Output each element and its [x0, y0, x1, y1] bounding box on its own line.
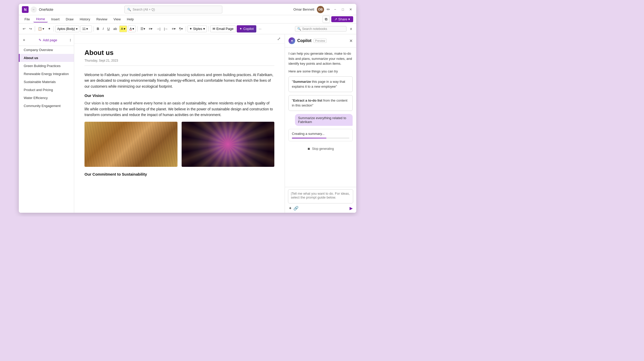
- copilot-preview-badge: Preview: [313, 39, 327, 43]
- progress-bar-fill: [292, 138, 326, 138]
- menu-file[interactable]: File: [22, 16, 32, 22]
- font-family-selector[interactable]: Aptos (Body) ▾: [55, 26, 79, 32]
- menu-bar: File Home Insert Draw History Review Vie…: [19, 15, 356, 23]
- copilot-toolbar-icon: ✦: [239, 27, 242, 31]
- wood-image-visual: [84, 122, 177, 167]
- copilot-body: I can help you generate ideas, make to-d…: [285, 47, 356, 187]
- copilot-icon: ✦: [289, 37, 295, 44]
- email-page-button[interactable]: ✉ Email Page: [210, 26, 236, 32]
- menu-bar-right: ⧉ ↗ Share ▾: [323, 16, 353, 23]
- editor-area: ⤢ About us Thursday, Sept 21, 2023 Welco…: [74, 34, 285, 213]
- menu-insert[interactable]: Insert: [49, 16, 62, 22]
- menu-draw[interactable]: Draw: [63, 16, 76, 22]
- styles-button[interactable]: ✦ Styles ▾: [188, 26, 207, 32]
- format-painter-button[interactable]: ✦: [47, 25, 52, 32]
- sidebar-item-company-overview[interactable]: Company Overview: [19, 46, 74, 54]
- maximize-button[interactable]: □: [340, 7, 345, 12]
- sidebar-item-green-building[interactable]: Green Building Practices: [19, 62, 74, 70]
- minimize-button[interactable]: −: [333, 7, 338, 12]
- sidebar-item-renewable-energy[interactable]: Renewable Energy Integration: [19, 70, 74, 78]
- strikethrough-button[interactable]: ab: [112, 25, 118, 32]
- font-color-button[interactable]: A ▾: [128, 26, 136, 32]
- search-notebooks-icon: 🔍: [297, 27, 301, 31]
- toolbar-divider-6: [208, 26, 209, 31]
- onenote-app-icon: N: [22, 6, 29, 13]
- sidebar-collapse-button[interactable]: ≡: [21, 36, 27, 44]
- add-page-button[interactable]: ✎ Add page: [37, 37, 59, 43]
- paragraph-button[interactable]: ¶▾: [178, 25, 184, 32]
- more-options-button[interactable]: ···: [257, 25, 263, 32]
- menu-help[interactable]: Help: [124, 16, 137, 22]
- sidebar-item-about-us[interactable]: About us: [19, 54, 74, 62]
- copilot-suggestion-2[interactable]: "Extract a to-do list from the content i…: [289, 95, 353, 111]
- menu-history[interactable]: History: [77, 16, 93, 22]
- section-heading-1: Our Vision: [84, 93, 274, 98]
- expand-button[interactable]: ⤢: [277, 36, 281, 41]
- font-size-selector[interactable]: 11 ▾: [80, 26, 92, 32]
- font-size-label: 11: [82, 27, 86, 31]
- global-search-bar[interactable]: 🔍 Search (Alt + Q): [124, 6, 222, 13]
- paste-button[interactable]: 📋▾: [37, 25, 46, 32]
- sidebar-item-sustainable-materials[interactable]: Sustainable Materials: [19, 78, 74, 86]
- styles-dropdown-icon: ▾: [203, 27, 205, 31]
- underline-button[interactable]: U: [106, 25, 111, 32]
- share-label: Share: [338, 17, 347, 21]
- share-button[interactable]: ↗ Share ▾: [331, 16, 353, 22]
- image-wood-structure: [84, 122, 177, 167]
- indent-decrease-button[interactable]: |←: [163, 25, 170, 32]
- paragraph-2: Our vision is to create a world where ev…: [84, 100, 274, 118]
- numbering-button[interactable]: ≡▾: [148, 25, 154, 32]
- copilot-intro-text: I can help you generate ideas, make to-d…: [289, 51, 353, 66]
- copilot-suggestion-1[interactable]: "Summarize this page in a way that expla…: [289, 76, 353, 92]
- pen-icon[interactable]: ✏: [327, 7, 330, 12]
- copilot-input[interactable]: [288, 189, 353, 203]
- font-dropdown-icon: ▾: [76, 27, 78, 31]
- close-button[interactable]: ✕: [348, 7, 353, 12]
- copilot-attach-button[interactable]: 🔗: [293, 206, 299, 211]
- sidebar-item-water-efficiency[interactable]: Water Efficiency: [19, 94, 74, 102]
- menu-view[interactable]: View: [111, 16, 123, 22]
- redo-button[interactable]: ↪: [28, 25, 33, 32]
- sidebar-item-community-engagement[interactable]: Community Engagement: [19, 102, 74, 110]
- bullets-button[interactable]: ☰▾: [139, 25, 147, 32]
- collapse-ribbon-button[interactable]: ∧: [349, 25, 354, 32]
- sidebar-item-product-pricing[interactable]: Product and Pricing: [19, 86, 74, 94]
- sidebar-header: ≡ ✎ Add page ↕: [19, 34, 74, 46]
- back-button[interactable]: ←: [31, 6, 37, 13]
- copilot-magic-button[interactable]: ✦: [289, 206, 292, 211]
- stop-generating-button[interactable]: ⏹ Stop generating: [289, 145, 353, 152]
- undo-button[interactable]: ↩: [21, 25, 27, 32]
- share-arrow-icon: ▾: [348, 17, 350, 21]
- sidebar: ≡ ✎ Add page ↕ Company Overview About us…: [19, 34, 74, 213]
- italic-button[interactable]: I: [101, 25, 105, 32]
- copilot-try-label: Here are some things you can try: [289, 69, 353, 73]
- copilot-toolbar-button[interactable]: ✦ Copilot: [237, 25, 256, 32]
- copilot-user-message: Summarize everything related to Fabrikam: [295, 114, 353, 126]
- title-bar: N ← OneNote 🔍 Search (Alt + Q) Omar Benn…: [19, 4, 356, 15]
- highlight-dropdown: ▾: [124, 27, 125, 31]
- main-area: ≡ ✎ Add page ↕ Company Overview About us…: [19, 34, 356, 213]
- highlight-icon: A: [121, 27, 123, 31]
- share-icon: ↗: [334, 17, 337, 21]
- progress-bar-track: [292, 138, 349, 138]
- footer-left-actions: ✦ 🔗: [289, 206, 299, 211]
- copy-layout-button[interactable]: ⧉: [323, 16, 330, 23]
- menu-review[interactable]: Review: [94, 16, 110, 22]
- suggestion-1-bold: Summarize: [293, 80, 311, 84]
- menu-home[interactable]: Home: [33, 16, 48, 22]
- copilot-title: Copilot: [297, 38, 311, 43]
- toolbar-divider-3: [94, 26, 94, 31]
- stop-icon: ⏹: [307, 147, 310, 151]
- copilot-generating-box: Creating a summary...: [289, 129, 353, 141]
- stop-label: Stop generating: [312, 147, 334, 151]
- sort-button[interactable]: ↕: [69, 38, 71, 42]
- highlight-color-button[interactable]: A ▾: [119, 26, 127, 32]
- copilot-send-button[interactable]: ▶: [350, 206, 353, 211]
- search-icon: 🔍: [127, 8, 131, 11]
- indent-increase-button[interactable]: →|: [155, 25, 162, 32]
- copilot-close-button[interactable]: ✕: [349, 38, 353, 43]
- font-size-dropdown-icon: ▾: [86, 27, 88, 31]
- bold-button[interactable]: B: [95, 25, 100, 32]
- alignment-button[interactable]: ≡▾: [171, 25, 177, 32]
- title-bar-center: 🔍 Search (Alt + Q): [53, 6, 293, 13]
